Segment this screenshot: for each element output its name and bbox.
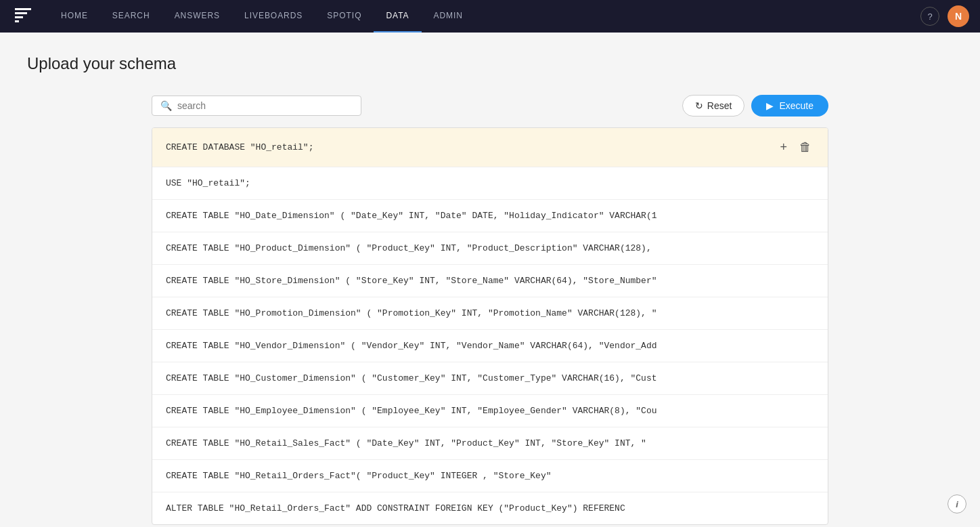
schema-row-text: CREATE TABLE "HO_Vendor_Dimension" ( "Ve… [166, 341, 814, 351]
user-avatar[interactable]: N [948, 5, 969, 27]
nav-link-answers[interactable]: ANSWERS [162, 0, 232, 33]
schema-row-text: CREATE DATABASE "HO_retail"; [166, 142, 777, 152]
schema-row-text: CREATE TABLE "HO_Store_Dimension" ( "Sto… [166, 276, 814, 286]
schema-row-text: CREATE TABLE "HO_Product_Dimension" ( "P… [166, 243, 814, 253]
schema-row-text: USE "HO_retail"; [166, 178, 814, 188]
schema-row-text: ALTER TABLE "HO_Retail_Orders_Fact" ADD … [166, 503, 814, 513]
schema-row[interactable]: ALTER TABLE "HO_Retail_Orders_Fact" ADD … [152, 492, 828, 524]
reset-label: Reset [707, 100, 732, 111]
search-box: 🔍 [152, 96, 361, 116]
schema-row-text: CREATE TABLE "HO_Retail_Orders_Fact"( "P… [166, 471, 814, 481]
schema-row-text: CREATE TABLE "HO_Retail_Sales_Fact" ( "D… [166, 438, 814, 448]
schema-container: CREATE DATABASE "HO_retail";+🗑USE "HO_re… [152, 127, 828, 525]
nav-link-admin[interactable]: ADMIN [422, 0, 475, 33]
nav-link-spotiq[interactable]: SPOTIQ [315, 0, 374, 33]
reset-button[interactable]: ↻ Reset [682, 95, 745, 117]
schema-row[interactable]: CREATE TABLE "HO_Customer_Dimension" ( "… [152, 362, 828, 395]
info-button[interactable]: i [948, 494, 966, 513]
schema-row[interactable]: CREATE DATABASE "HO_retail";+🗑 [152, 128, 828, 167]
row-delete-button[interactable]: 🗑 [797, 139, 814, 156]
schema-row[interactable]: CREATE TABLE "HO_Employee_Dimension" ( "… [152, 395, 828, 427]
schema-row[interactable]: CREATE TABLE "HO_Retail_Orders_Fact"( "P… [152, 460, 828, 492]
schema-row[interactable]: CREATE TABLE "HO_Vendor_Dimension" ( "Ve… [152, 330, 828, 362]
schema-row[interactable]: CREATE TABLE "HO_Date_Dimension" ( "Date… [152, 200, 828, 232]
help-button[interactable]: ? [920, 7, 939, 26]
row-add-button[interactable]: + [777, 139, 790, 156]
nav-link-home[interactable]: HOME [49, 0, 100, 33]
reset-icon: ↻ [695, 100, 703, 111]
schema-row-text: CREATE TABLE "HO_Customer_Dimension" ( "… [166, 373, 814, 383]
search-input[interactable] [177, 100, 353, 111]
svg-rect-0 [15, 8, 31, 10]
button-group: ↻ Reset ▶ Execute [682, 95, 828, 117]
nav-link-search[interactable]: SEARCH [100, 0, 162, 33]
row-actions: +🗑 [777, 139, 814, 156]
app-logo[interactable] [11, 4, 35, 28]
page-content: Upload your schema 🔍 ↻ Reset ▶ Execute C… [0, 33, 980, 527]
svg-rect-2 [15, 16, 23, 18]
schema-row[interactable]: CREATE TABLE "HO_Retail_Sales_Fact" ( "D… [152, 427, 828, 460]
schema-row-text: CREATE TABLE "HO_Promotion_Dimension" ( … [166, 308, 814, 318]
nav-right: ? N [920, 5, 969, 27]
toolbar: 🔍 ↻ Reset ▶ Execute [152, 95, 828, 117]
schema-row[interactable]: USE "HO_retail"; [152, 167, 828, 200]
schema-row-text: CREATE TABLE "HO_Employee_Dimension" ( "… [166, 406, 814, 416]
execute-button[interactable]: ▶ Execute [751, 95, 828, 117]
schema-row[interactable]: CREATE TABLE "HO_Promotion_Dimension" ( … [152, 297, 828, 330]
execute-icon: ▶ [766, 100, 774, 111]
navbar: HOMESEARCHANSWERSLIVEBOARDSSPOTIQDATAADM… [0, 0, 980, 33]
search-icon: 🔍 [160, 100, 172, 111]
schema-row-text: CREATE TABLE "HO_Date_Dimension" ( "Date… [166, 211, 814, 221]
schema-row[interactable]: CREATE TABLE "HO_Store_Dimension" ( "Sto… [152, 265, 828, 297]
nav-links: HOMESEARCHANSWERSLIVEBOARDSSPOTIQDATAADM… [49, 0, 915, 33]
nav-link-liveboards[interactable]: LIVEBOARDS [232, 0, 315, 33]
schema-row[interactable]: CREATE TABLE "HO_Product_Dimension" ( "P… [152, 232, 828, 265]
svg-rect-3 [15, 20, 19, 22]
nav-link-data[interactable]: DATA [374, 0, 421, 33]
svg-rect-1 [15, 12, 27, 14]
page-title: Upload your schema [27, 54, 953, 73]
execute-label: Execute [779, 100, 814, 111]
